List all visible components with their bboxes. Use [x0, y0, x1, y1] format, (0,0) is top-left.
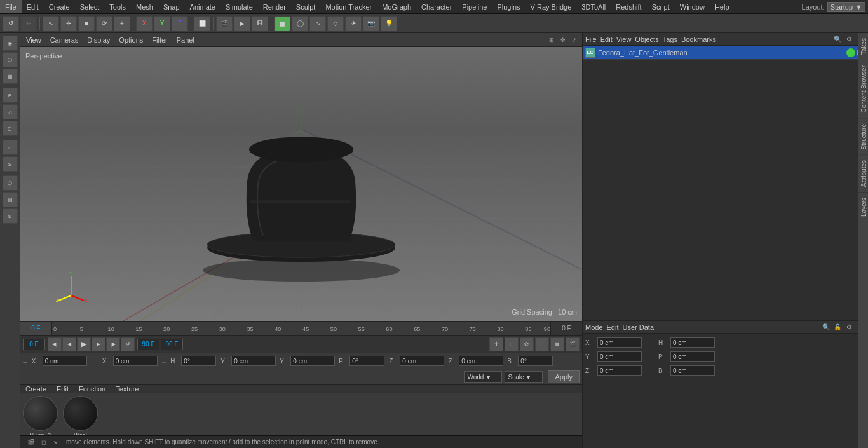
- menu-script[interactable]: Script: [647, 0, 675, 13]
- menu-render[interactable]: Render: [258, 0, 291, 13]
- z-axis-button[interactable]: Z: [172, 16, 188, 31]
- layout-dropdown[interactable]: Startup ▼: [827, 2, 865, 12]
- select-tool-button[interactable]: ↖: [43, 16, 59, 31]
- frame-step-field[interactable]: 90 F: [137, 339, 159, 350]
- menu-mograph[interactable]: MoGraph: [377, 0, 416, 13]
- light-button[interactable]: 💡: [381, 16, 397, 31]
- rotate-coord-btn[interactable]: ⟳: [520, 337, 534, 351]
- record-btn[interactable]: 🎬: [566, 337, 580, 351]
- vp-cameras-menu[interactable]: Cameras: [47, 36, 82, 44]
- om-bookmarks-menu[interactable]: Bookmarks: [681, 36, 716, 43]
- menu-window[interactable]: Window: [675, 0, 710, 13]
- loop-btn[interactable]: ↺: [121, 337, 135, 351]
- x-pos-field[interactable]: 0 cm: [43, 356, 87, 366]
- y-pos-field[interactable]: 0 cm: [231, 356, 276, 366]
- vtab-structure[interactable]: Structure: [858, 119, 868, 156]
- nurbs-button[interactable]: ∿: [309, 16, 326, 31]
- attr-b-val[interactable]: 0 cm: [670, 365, 715, 376]
- vp-panel-menu[interactable]: Panel: [173, 36, 198, 44]
- vtab-takes[interactable]: Takes: [858, 33, 868, 60]
- h-field[interactable]: 0°: [181, 356, 216, 366]
- render-region-button[interactable]: 🎬: [216, 16, 233, 31]
- frame-start-btn[interactable]: ◀|: [48, 337, 62, 351]
- vp-options-menu[interactable]: Options: [116, 36, 146, 44]
- y2-val[interactable]: 0 cm: [290, 356, 335, 366]
- attr-mode-menu[interactable]: Mode: [585, 323, 603, 331]
- play-btn[interactable]: ▶: [77, 337, 91, 351]
- om-file-menu[interactable]: File: [585, 36, 597, 43]
- status-icon-1[interactable]: 🎬: [25, 437, 36, 447]
- mat-function-menu[interactable]: Function: [76, 385, 108, 393]
- grid-btn[interactable]: ▦: [550, 337, 564, 351]
- vp-icon-1[interactable]: ⊞: [546, 35, 557, 45]
- menu-simulate[interactable]: Simulate: [220, 0, 258, 13]
- z-pos-field[interactable]: 0 cm: [400, 356, 444, 366]
- vis-dot-1[interactable]: [846, 48, 855, 57]
- rotate-tool-button[interactable]: ⟳: [96, 16, 112, 31]
- transform-button[interactable]: +: [114, 16, 130, 31]
- frame-end-btn[interactable]: |▶: [106, 337, 120, 351]
- status-icon-3[interactable]: ⨯: [51, 437, 61, 447]
- b-field[interactable]: 0°: [518, 356, 553, 366]
- sidebar-mode-1[interactable]: ⬡: [3, 52, 18, 67]
- om-edit-menu[interactable]: Edit: [600, 36, 613, 43]
- menu-create[interactable]: Create: [44, 0, 75, 13]
- menu-plugins[interactable]: Plugins: [492, 0, 525, 13]
- move-coord-btn[interactable]: ✛: [489, 337, 503, 351]
- attr-lock-icon[interactable]: 🔒: [832, 322, 843, 332]
- sidebar-mode-3[interactable]: ⊕: [3, 88, 18, 103]
- attr-p-val[interactable]: 0 cm: [670, 351, 715, 362]
- om-tags-menu[interactable]: Tags: [663, 36, 677, 43]
- layout-selector[interactable]: Layout: Startup ▼: [802, 2, 868, 12]
- scale-dropdown[interactable]: Scale ▼: [505, 371, 543, 383]
- mat-create-menu[interactable]: Create: [23, 385, 49, 393]
- sidebar-mode-2[interactable]: ▦: [3, 69, 18, 84]
- attr-y-pos[interactable]: 0 cm: [597, 351, 642, 362]
- z2-val[interactable]: 0 cm: [459, 356, 503, 366]
- table-row[interactable]: LO Fedora_Hat_For_Gentleman: [583, 46, 868, 60]
- vtab-content-browser[interactable]: Content Browser: [858, 60, 868, 118]
- attr-h-val[interactable]: 0 cm: [670, 337, 715, 348]
- x-axis-button[interactable]: X: [136, 16, 153, 31]
- vp-icon-2[interactable]: ✛: [558, 35, 568, 45]
- menu-redshift[interactable]: Redshift: [611, 0, 646, 13]
- viewport-canvas[interactable]: Perspective Grid Spacing : 10 cm Y X Z: [20, 47, 582, 321]
- om-objects-menu[interactable]: Objects: [635, 36, 658, 43]
- om-filter-icon[interactable]: ⚙: [844, 34, 854, 44]
- attr-userdata-menu[interactable]: User Data: [623, 323, 654, 331]
- attr-search-icon[interactable]: 🔍: [821, 322, 831, 332]
- attr-edit-menu[interactable]: Edit: [607, 323, 619, 331]
- mat-edit-menu[interactable]: Edit: [54, 385, 71, 393]
- frame-start-field[interactable]: 0 F: [23, 339, 45, 350]
- menu-tools[interactable]: Tools: [104, 0, 131, 13]
- attr-settings-icon[interactable]: ⚙: [844, 322, 854, 332]
- menu-sculpt[interactable]: Sculpt: [291, 0, 321, 13]
- sidebar-mode-0[interactable]: ◉: [3, 36, 18, 51]
- timeline-ruler[interactable]: 0 5 10 15 20 25 30 35 40 45 50 55 60 65 …: [52, 322, 550, 335]
- attr-z-pos[interactable]: 0 cm: [597, 365, 642, 376]
- deformer-button[interactable]: ◇: [327, 16, 344, 31]
- move-tool-button[interactable]: ✛: [60, 16, 77, 31]
- sidebar-mode-4[interactable]: △: [3, 104, 18, 119]
- material-ball-nylon[interactable]: [23, 396, 58, 431]
- world-dropdown[interactable]: World ▼: [464, 371, 502, 383]
- sidebar-mode-10[interactable]: ⊛: [3, 208, 18, 224]
- environment-button[interactable]: ☀: [345, 16, 362, 31]
- vp-display-menu[interactable]: Display: [84, 36, 113, 44]
- frame-step2-field[interactable]: 90 F: [161, 339, 183, 350]
- attr-x-pos[interactable]: 0 cm: [597, 337, 642, 348]
- apply-button[interactable]: Apply: [548, 370, 580, 383]
- p-field[interactable]: 0°: [349, 356, 384, 366]
- material-wool[interactable]: Wool: [63, 396, 98, 438]
- next-frame-btn[interactable]: ▶: [92, 337, 105, 351]
- render-settings-button[interactable]: 🎞: [252, 16, 268, 31]
- sidebar-mode-5[interactable]: ◻: [3, 121, 18, 136]
- prev-frame-btn[interactable]: ◀: [62, 337, 76, 351]
- vtab-attributes[interactable]: Attributes: [858, 155, 868, 193]
- om-search-icon[interactable]: 🔍: [832, 34, 843, 44]
- sidebar-mode-9[interactable]: ▤: [3, 192, 18, 207]
- scale-coord-btn[interactable]: ◻: [505, 337, 519, 351]
- x2-val[interactable]: 0 cm: [113, 356, 158, 366]
- menu-vray[interactable]: V-Ray Bridge: [526, 0, 577, 13]
- spline-button[interactable]: ◯: [292, 16, 308, 31]
